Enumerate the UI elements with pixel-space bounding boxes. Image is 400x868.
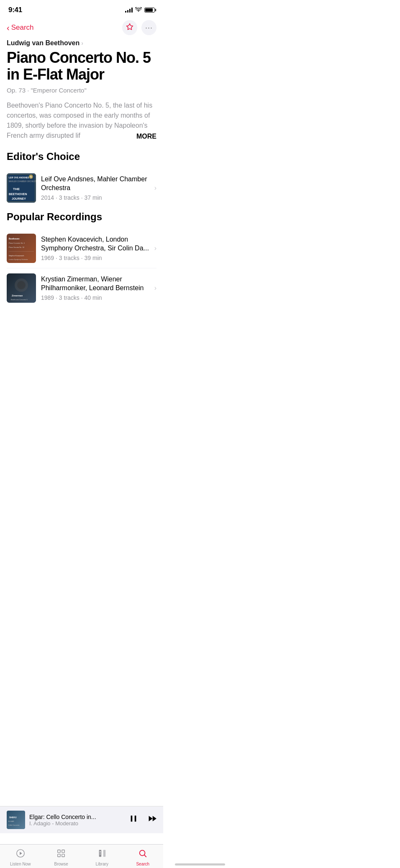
svg-text:Stephen Kovacevich: Stephen Kovacevich <box>9 255 24 257</box>
chevron-right-icon: › <box>81 40 83 46</box>
editors-choice-section: Editor's Choice LEIF OVE ANDSNES MAHLER … <box>0 151 163 208</box>
status-bar: 9:41 <box>0 0 163 17</box>
chevron-right-icon: › <box>154 184 156 192</box>
back-button[interactable]: ‹ Search <box>7 23 34 32</box>
recording-1-artist: Stephen Kovacevich, London Symphony Orch… <box>41 235 149 253</box>
svg-text:MAHLER CHAMBER ORCHESTRA: MAHLER CHAMBER ORCHESTRA <box>9 180 36 183</box>
editors-choice-item[interactable]: LEIF OVE ANDSNES MAHLER CHAMBER ORCHESTR… <box>7 168 156 208</box>
svg-text:LEIF OVE ANDSNES: LEIF OVE ANDSNES <box>9 176 29 179</box>
battery-icon <box>144 8 155 13</box>
svg-text:Zimerman: Zimerman <box>12 294 23 297</box>
editors-choice-meta: 2014 · 3 tracks · 37 min <box>41 194 149 201</box>
editors-choice-info: Leif Ove Andsnes, Mahler Chamber Orchest… <box>41 175 149 201</box>
svg-text:London Symphony Orchestra: London Symphony Orchestra <box>9 259 28 260</box>
recording-1-album-art: Beethoven Piano Concerto No. 5 Piano Son… <box>7 234 36 263</box>
svg-text:Piano Sonata No. 32: Piano Sonata No. 32 <box>9 246 25 248</box>
svg-rect-14 <box>9 251 34 252</box>
svg-text:Beethoven Concerto 5: Beethoven Concerto 5 <box>11 299 28 301</box>
recording-2-meta: 1989 · 3 tracks · 40 min <box>41 294 149 301</box>
more-button[interactable]: ··· <box>141 20 156 35</box>
status-icons <box>125 7 155 13</box>
svg-text:JOURNEY: JOURNEY <box>12 197 26 200</box>
recording-2-album-art: Zimerman Beethoven Concerto 5 <box>7 273 36 303</box>
svg-text:THE: THE <box>13 187 20 191</box>
editors-choice-title: Editor's Choice <box>7 151 156 162</box>
favorite-button[interactable] <box>122 20 137 35</box>
recording-1-meta: 1969 · 3 tracks · 39 min <box>41 255 149 261</box>
svg-text:5: 5 <box>30 175 32 178</box>
main-content: Ludwig van Beethoven › Piano Concerto No… <box>0 39 163 141</box>
signal-icon <box>125 8 133 13</box>
recording-1-info: Stephen Kovacevich, London Symphony Orch… <box>41 235 149 261</box>
chevron-left-icon: ‹ <box>7 23 10 32</box>
nav-actions: ··· <box>122 20 156 35</box>
ellipsis-icon: ··· <box>145 23 153 32</box>
back-label: Search <box>11 23 34 32</box>
svg-text:BEETHOVEN: BEETHOVEN <box>9 193 27 196</box>
status-time: 9:41 <box>8 6 22 14</box>
wifi-icon <box>135 7 142 13</box>
chevron-right-icon: › <box>154 284 156 292</box>
work-description: Beethoven's Piano Concerto No. 5, the la… <box>7 100 156 141</box>
work-title: Piano Concerto No. 5 in E-Flat Major <box>7 49 156 82</box>
editors-choice-artist: Leif Ove Andsnes, Mahler Chamber Orchest… <box>41 175 149 193</box>
star-icon <box>126 23 133 32</box>
svg-point-20 <box>17 281 26 289</box>
recording-2-info: Krystian Zimerman, Wiener Philharmoniker… <box>41 275 149 301</box>
popular-recordings-section: Popular Recordings Beethoven Piano Conce… <box>0 211 163 308</box>
svg-text:Beethoven: Beethoven <box>9 237 20 240</box>
recording-item-2[interactable]: Zimerman Beethoven Concerto 5 Krystian Z… <box>7 268 156 308</box>
popular-recordings-title: Popular Recordings <box>7 211 156 223</box>
work-description-container: Beethoven's Piano Concerto No. 5, the la… <box>7 100 156 141</box>
editors-choice-album-art: LEIF OVE ANDSNES MAHLER CHAMBER ORCHESTR… <box>7 173 36 203</box>
recording-item-1[interactable]: Beethoven Piano Concerto No. 5 Piano Son… <box>7 229 156 268</box>
composer-name: Ludwig van Beethoven <box>7 39 79 47</box>
navigation-bar: ‹ Search ··· <box>0 17 163 39</box>
composer-link[interactable]: Ludwig van Beethoven › <box>7 39 156 47</box>
description-text: Beethoven's Piano Concerto No. 5, the la… <box>7 100 156 141</box>
more-button[interactable]: MORE <box>136 131 156 142</box>
chevron-right-icon: › <box>154 245 156 252</box>
svg-text:Piano Concerto No. 5: Piano Concerto No. 5 <box>9 242 25 244</box>
work-subtitle: Op. 73 · "Emperor Concerto" <box>7 87 156 94</box>
recording-2-artist: Krystian Zimerman, Wiener Philharmoniker… <box>41 275 149 293</box>
